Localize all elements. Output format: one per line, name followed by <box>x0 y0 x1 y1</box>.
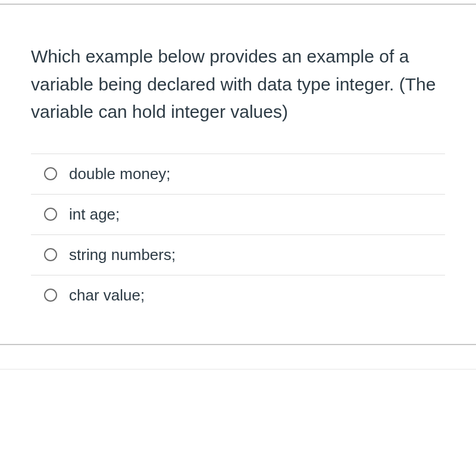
option-label: string numbers; <box>69 246 176 264</box>
radio-icon[interactable] <box>44 167 57 180</box>
option-row[interactable]: double money; <box>31 154 445 195</box>
question-container: Which example below provides an example … <box>0 5 476 315</box>
option-row[interactable]: int age; <box>31 195 445 235</box>
options-list: double money; int age; string numbers; c… <box>31 154 445 315</box>
faint-divider <box>0 369 476 369</box>
option-label: int age; <box>69 205 120 224</box>
option-row[interactable]: string numbers; <box>31 235 445 275</box>
radio-icon[interactable] <box>44 248 57 261</box>
radio-icon[interactable] <box>44 289 57 302</box>
question-text: Which example below provides an example … <box>31 43 445 126</box>
outer-divider-bottom <box>0 344 476 345</box>
option-label: char value; <box>69 286 145 305</box>
radio-icon[interactable] <box>44 208 57 221</box>
option-label: double money; <box>69 165 171 183</box>
option-row[interactable]: char value; <box>31 275 445 315</box>
